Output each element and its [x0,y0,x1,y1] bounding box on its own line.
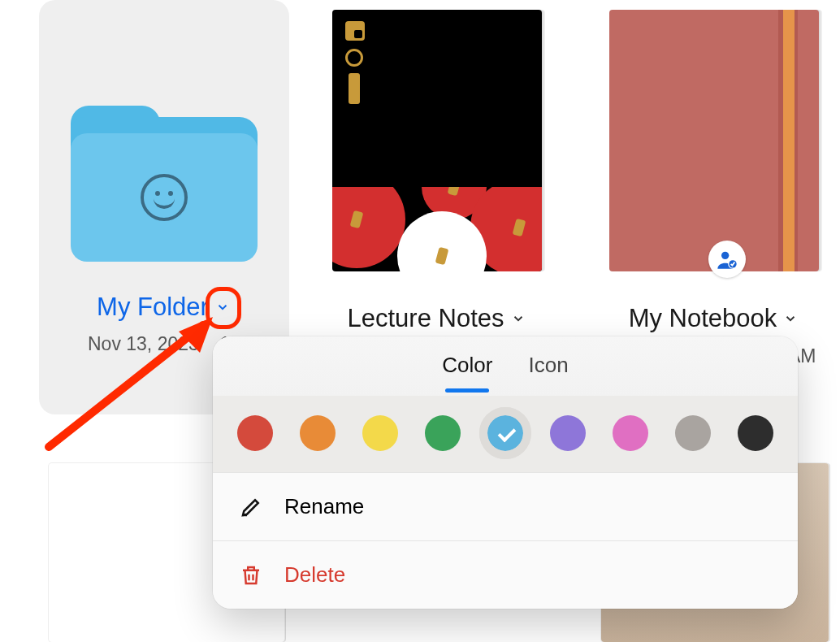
color-swatch-green[interactable] [425,415,461,451]
trash-icon [239,563,263,588]
delete-button[interactable]: Delete [213,540,798,609]
color-swatch-pink[interactable] [613,415,648,451]
svg-point-0 [721,252,729,259]
rename-button[interactable]: Rename [213,472,798,540]
color-swatch-blue[interactable] [487,415,523,451]
folder-options-popover: Color Icon Rename Delete [213,336,798,609]
delete-label: Delete [284,562,345,588]
rename-label: Rename [284,494,364,519]
chevron-down-icon[interactable] [782,310,799,328]
notebook-cover [609,10,819,271]
folder-title: My Folder [97,293,209,322]
color-swatch-gray[interactable] [675,415,711,451]
color-swatches [213,396,798,472]
tab-color[interactable]: Color [442,353,492,383]
notebook-cover [332,10,542,271]
color-swatch-yellow[interactable] [362,415,398,451]
notebook-card-mynotebook[interactable]: My Notebook [596,10,832,333]
notebook-title: My Notebook [629,304,777,333]
color-swatch-purple[interactable] [550,415,586,451]
chevron-down-icon[interactable] [214,298,232,316]
notebook-title: Lecture Notes [348,304,504,333]
color-swatch-orange[interactable] [300,415,336,451]
shared-badge-icon [708,241,746,278]
color-swatch-red[interactable] [237,415,273,451]
notebook-card-lecture[interactable]: Lecture Notes [319,10,555,333]
pencil-icon [239,495,263,519]
smiley-icon [141,174,188,221]
tab-icon[interactable]: Icon [528,353,568,383]
color-swatch-black[interactable] [738,415,773,451]
folder-icon [71,106,258,260]
popover-tabs: Color Icon [213,336,798,396]
chevron-down-icon[interactable] [509,310,527,328]
